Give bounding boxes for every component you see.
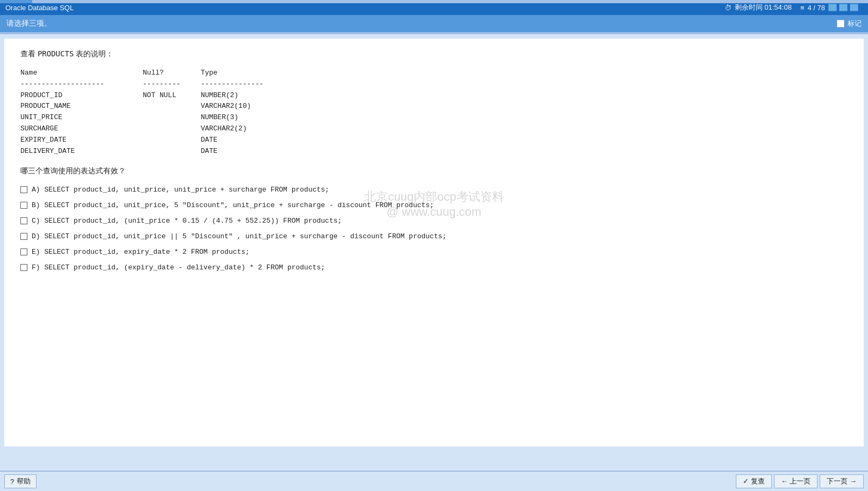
app-title: Oracle Database SQL	[5, 4, 74, 12]
option-a-label: A) SELECT product_id, unit_price, unit_p…	[32, 186, 329, 194]
col-name-header: Name	[20, 68, 139, 79]
row4-type: VARCHAR2(2)	[201, 124, 247, 133]
mark-checkbox[interactable]	[837, 20, 844, 27]
row1-name: PRODUCT_ID	[20, 90, 139, 101]
row1-type: NUMBER(2)	[201, 91, 238, 99]
timer-label: 剩余时间 01:54:08	[735, 3, 792, 12]
separator	[0, 32, 868, 34]
option-c-label: C) SELECT product_id, (unit_price * 0.15…	[32, 217, 342, 225]
minimize-btn[interactable]	[828, 4, 837, 11]
mark-label: 标记	[848, 19, 862, 28]
table-structure: Name Null? Type -------------------- ---…	[20, 68, 848, 157]
help-button[interactable]: ? 帮助	[4, 474, 37, 488]
review-button[interactable]: ✓ 复查	[736, 474, 772, 488]
progress-icon: ≡	[800, 4, 805, 12]
instruction-text: 请选择三项。	[6, 19, 52, 28]
question-text: 哪三个查询使用的表达式有效？	[20, 166, 848, 176]
main-content: 查看 PRODUCTS 表的说明： Name Null? Type ------…	[4, 39, 864, 446]
row6-type: DATE	[201, 147, 218, 155]
bottom-right-buttons: ✓ 复查 ← 上一页 下一页 →	[736, 474, 864, 488]
checkbox-e[interactable]	[20, 248, 27, 255]
title-bar-right: ⏱ 剩余时间 01:54:08 ≡ 4 / 78	[725, 3, 863, 12]
col-type-header: Type	[201, 69, 218, 77]
sep-name: --------------------	[20, 79, 139, 90]
help-label: 帮助	[17, 477, 31, 486]
row3-type: NUMBER(3)	[201, 113, 238, 121]
checkbox-f[interactable]	[20, 264, 27, 271]
row6-name: DELIVERY_DATE	[20, 146, 139, 157]
progress-label: 4 / 78	[807, 4, 825, 12]
option-d-label: D) SELECT product_id, unit_price || 5 "D…	[32, 232, 446, 240]
option-c[interactable]: C) SELECT product_id, (unit_price * 0.15…	[20, 217, 848, 225]
mark-area[interactable]: 标记	[837, 19, 862, 28]
option-b[interactable]: B) SELECT product_id, unit_price, 5 "Dis…	[20, 201, 848, 209]
row2-name: PRODUCT_NAME	[20, 101, 139, 112]
row3-name: UNIT_PRICE	[20, 112, 139, 123]
prev-button[interactable]: ← 上一页	[774, 474, 818, 488]
checkbox-b[interactable]	[20, 202, 27, 209]
checkbox-c[interactable]	[20, 217, 27, 224]
row1-null: NOT NULL	[143, 90, 197, 101]
option-d[interactable]: D) SELECT product_id, unit_price || 5 "D…	[20, 232, 848, 240]
window-controls[interactable]	[828, 4, 858, 11]
close-btn[interactable]	[850, 4, 858, 11]
timer-icon: ⏱	[725, 4, 732, 12]
sep-type: ---------------	[201, 80, 264, 88]
option-e-label: E) SELECT product_id, expiry_date * 2 FR…	[32, 248, 250, 256]
col-null-header: Null?	[143, 68, 197, 79]
option-b-label: B) SELECT product_id, unit_price, 5 "Dis…	[32, 201, 434, 209]
progress-bar-area	[0, 0, 868, 3]
option-f[interactable]: F) SELECT product_id, (expiry_date - del…	[20, 263, 848, 272]
title-bar-left: Oracle Database SQL	[5, 4, 74, 12]
instruction-bar: 请选择三项。 标记	[0, 15, 868, 32]
row4-name: SURCHARGE	[20, 123, 139, 135]
row5-type: DATE	[201, 136, 218, 144]
bottom-bar: ? 帮助 ✓ 复查 ← 上一页 下一页 →	[0, 471, 868, 491]
row2-type: VARCHAR2(10)	[201, 102, 251, 110]
checkbox-d[interactable]	[20, 233, 27, 240]
option-f-label: F) SELECT product_id, (expiry_date - del…	[32, 263, 325, 272]
sep-null: ---------	[143, 79, 197, 90]
option-e[interactable]: E) SELECT product_id, expiry_date * 2 FR…	[20, 248, 848, 256]
checkbox-a[interactable]	[20, 186, 27, 193]
next-button[interactable]: 下一页 →	[820, 474, 864, 488]
option-a[interactable]: A) SELECT product_id, unit_price, unit_p…	[20, 186, 848, 194]
question-intro: 查看 PRODUCTS 表的说明：	[20, 49, 848, 59]
options-list: A) SELECT product_id, unit_price, unit_p…	[20, 186, 848, 272]
help-icon: ?	[10, 478, 14, 486]
row5-name: EXPIRY_DATE	[20, 135, 139, 146]
progress-fill	[0, 0, 32, 3]
maximize-btn[interactable]	[839, 4, 848, 11]
